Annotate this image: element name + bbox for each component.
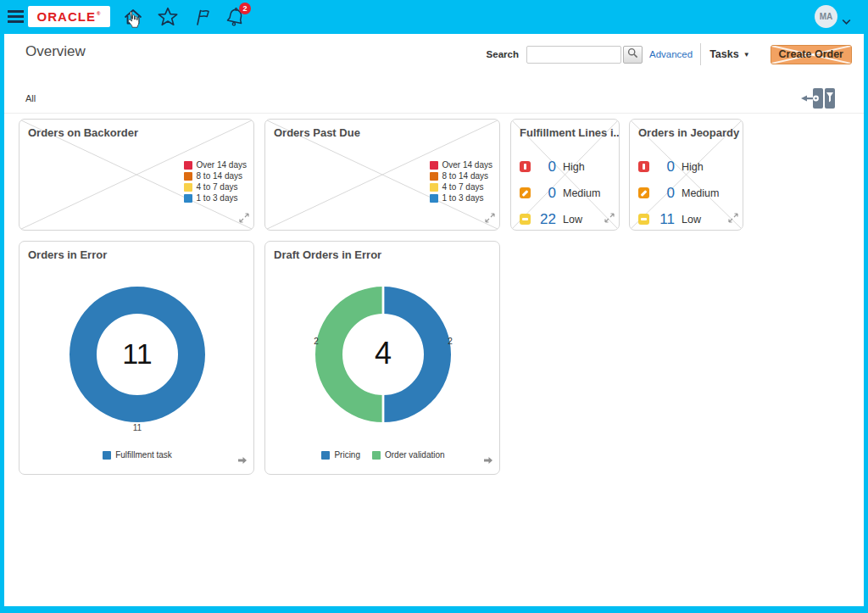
header-toolbar: Search Advanced Tasks ▼ [487,44,852,64]
legend-item: Over 14 days [430,160,492,170]
card-orders-in-error[interactable]: Orders in Error 11 11 Fulfillment task [19,241,254,475]
severity-stats: 0 High 0 Medium 11 Low [638,153,719,231]
legend-item: Fulfillment task [103,450,172,460]
stat-value[interactable]: 11 [649,211,675,228]
legend-swatch [430,161,438,170]
card-title: Orders in Error [28,248,107,261]
legend-swatch [321,451,330,460]
tasks-label: Tasks [709,48,739,60]
user-menu-chevron-icon[interactable] [842,14,851,29]
severity-medium-icon [638,187,649,198]
severity-medium-icon [520,187,531,198]
legend-item: 8 to 14 days [430,171,492,181]
stat-label: Low [563,214,582,226]
search-input[interactable] [526,46,621,64]
stat-label: Medium [682,187,719,199]
slice-data-label: 2 [308,337,325,346]
card-title: Orders in Jeopardy [638,126,739,139]
card-title: Orders Past Due [274,126,360,139]
page-composer-icon[interactable] [799,86,837,114]
stat-row-low: 11 Low [638,206,719,231]
legend-item: 4 to 7 days [184,182,247,192]
page-content: Overview Search Advanced Tasks ▼ [4,34,864,606]
stat-row-medium: 0 Medium [638,180,719,206]
stat-row-low: 22 Low [520,206,600,231]
legend-item: 4 to 7 days [430,182,492,192]
create-order-label: Create Order [779,48,843,60]
global-header: ORACLE® 2 [0,0,868,34]
legend-item: Order validation [372,450,445,460]
chart-legend: Over 14 days 8 to 14 days 4 to 7 days 1 … [430,160,492,204]
stat-row-medium: 0 Medium [520,180,600,206]
navigator-menu-icon[interactable] [8,10,24,23]
card-orders-in-jeopardy[interactable]: Orders in Jeopardy 0 High 0 Medium 11 Lo… [629,119,743,231]
search-label: Search [487,49,519,59]
resize-handle-icon[interactable] [239,211,249,226]
drill-arrow-icon[interactable] [237,453,248,468]
tab-all[interactable]: All [25,93,36,103]
advanced-search-link[interactable]: Advanced [649,49,693,59]
favorites-star-icon[interactable] [156,5,180,29]
severity-high-icon [638,161,649,172]
legend-swatch [430,172,438,181]
chart-legend: Fulfillment task [19,450,254,460]
severity-high-icon [520,161,531,172]
drill-arrow-icon[interactable] [483,453,493,468]
tasks-dropdown-arrow-icon: ▼ [743,51,750,59]
tabbar-divider [4,113,864,114]
resize-handle-icon[interactable] [604,211,615,226]
slice-data-label: 11 [19,423,254,432]
stat-label: High [563,161,585,173]
resize-handle-icon[interactable] [728,211,738,226]
resize-handle-icon[interactable] [485,211,495,226]
watchlist-flag-icon[interactable] [191,5,214,29]
legend-swatch [372,451,381,460]
donut-center-total: 11 [19,337,254,371]
legend-swatch [184,172,192,181]
page-title: Overview [25,43,86,60]
legend-item: Over 14 days [184,160,247,170]
legend-swatch [184,161,192,170]
chart-legend: Over 14 days 8 to 14 days 4 to 7 days 1 … [184,160,247,204]
stat-value[interactable]: 0 [649,159,675,176]
card-draft-orders-in-error[interactable]: Draft Orders in Error 4 2 2 Pricing Orde… [264,241,500,475]
card-orders-past-due[interactable]: Orders Past Due Over 14 days 8 to 14 day… [264,119,500,231]
chart-legend: Pricing Order validation [265,450,500,460]
donut-center-total: 4 [265,336,500,371]
home-icon[interactable] [121,5,145,29]
oracle-logo-text: ORACLE [37,9,96,24]
stat-value[interactable]: 22 [531,211,556,228]
toolbar-divider [700,43,701,65]
legend-swatch [184,194,192,203]
oracle-logo[interactable]: ORACLE® [28,6,110,27]
stat-value[interactable]: 0 [531,159,556,176]
avatar[interactable]: MA [815,5,837,28]
stat-label: Medium [563,187,600,199]
legend-item: Pricing [321,450,360,460]
search-button[interactable] [623,46,643,64]
stat-value[interactable]: 0 [531,185,556,202]
notifications-bell-icon[interactable]: 2 [223,5,247,29]
card-title: Orders on Backorder [28,126,138,139]
stat-row-high: 0 High [520,153,600,180]
legend-swatch [430,183,438,192]
registered-mark: ® [97,11,101,16]
stat-label: Low [682,214,701,226]
slice-data-label: 2 [442,337,459,346]
card-fulfillment-lines[interactable]: Fulfillment Lines i... 0 High 0 Medium 2… [510,119,620,231]
legend-swatch [430,194,438,203]
create-order-button[interactable]: Create Order [771,45,852,64]
card-title: Draft Orders in Error [274,248,381,261]
tasks-menu[interactable]: Tasks ▼ [709,48,749,60]
stat-row-high: 0 High [638,153,719,180]
legend-item: 1 to 3 days [184,193,247,203]
stat-label: High [682,161,704,173]
card-orders-on-backorder[interactable]: Orders on Backorder Over 14 days 8 to 14… [19,119,254,231]
notification-badge: 2 [239,3,251,14]
card-title: Fulfillment Lines i... [520,126,620,139]
app-window: ORACLE® 2 [0,0,868,613]
stat-value[interactable]: 0 [649,185,675,202]
severity-low-icon [638,214,649,225]
legend-item: 1 to 3 days [430,193,492,203]
legend-swatch [184,183,192,192]
